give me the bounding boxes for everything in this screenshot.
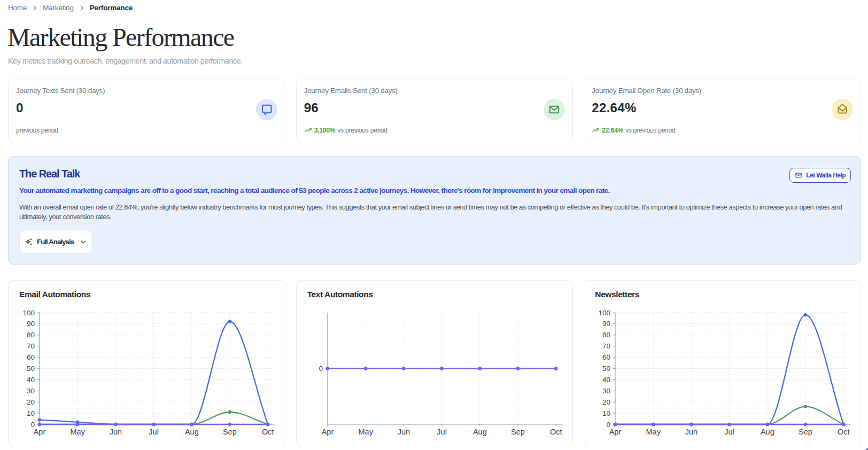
svg-text:20: 20 <box>27 398 35 406</box>
svg-text:30: 30 <box>602 387 610 395</box>
svg-text:70: 70 <box>27 342 35 350</box>
svg-text:May: May <box>358 428 373 436</box>
svg-text:90: 90 <box>602 320 610 328</box>
svg-text:Aug: Aug <box>185 428 199 436</box>
svg-text:Aug: Aug <box>761 428 774 436</box>
svg-text:Jun: Jun <box>685 428 698 436</box>
svg-text:50: 50 <box>602 364 610 373</box>
svg-text:Jul: Jul <box>149 428 159 436</box>
svg-text:90: 90 <box>27 320 35 328</box>
svg-text:50: 50 <box>27 364 35 373</box>
svg-text:80: 80 <box>27 331 35 339</box>
svg-text:10: 10 <box>602 409 610 417</box>
svg-text:Apr: Apr <box>321 428 334 436</box>
svg-text:80: 80 <box>602 331 610 339</box>
svg-text:60: 60 <box>602 353 610 361</box>
svg-text:100: 100 <box>599 309 611 317</box>
svg-text:30: 30 <box>27 387 35 395</box>
svg-text:40: 40 <box>602 376 610 384</box>
svg-text:60: 60 <box>27 353 35 361</box>
svg-text:20: 20 <box>602 398 610 406</box>
svg-text:Jul: Jul <box>437 428 447 436</box>
svg-text:Apr: Apr <box>609 428 622 436</box>
svg-text:40: 40 <box>27 376 35 384</box>
svg-text:Jun: Jun <box>397 428 409 436</box>
svg-text:May: May <box>646 428 661 436</box>
svg-text:Oct: Oct <box>262 428 274 436</box>
svg-text:Jun: Jun <box>110 428 122 436</box>
svg-text:May: May <box>70 428 85 436</box>
svg-text:10: 10 <box>27 409 35 417</box>
svg-text:Oct: Oct <box>550 428 562 436</box>
svg-text:Apr: Apr <box>34 428 46 436</box>
svg-text:Oct: Oct <box>838 428 850 436</box>
svg-text:Sep: Sep <box>511 428 525 436</box>
svg-text:Jul: Jul <box>725 428 735 436</box>
svg-text:100: 100 <box>22 309 35 317</box>
svg-text:Sep: Sep <box>223 428 237 436</box>
svg-text:70: 70 <box>602 342 610 350</box>
svg-text:Aug: Aug <box>473 428 487 436</box>
svg-text:0: 0 <box>319 364 323 373</box>
svg-text:Sep: Sep <box>799 428 812 436</box>
